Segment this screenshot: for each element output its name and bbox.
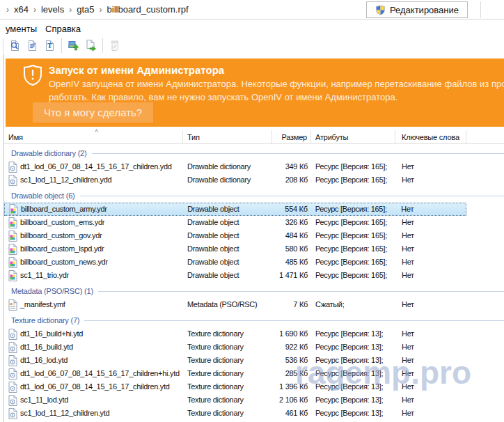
file-name: billboard_custom_ems.ydr xyxy=(20,216,104,229)
file-name: billboard_custom_lspd.ydr xyxy=(20,242,104,256)
file-name-cell: dt1_16_lod.ytd xyxy=(4,354,183,367)
column-header-3[interactable]: Атрибуты xyxy=(311,130,395,144)
group-header[interactable]: Metadata (PSO/RSC) (1) xyxy=(4,285,504,297)
banner-title: Запуск от имени Администратора xyxy=(49,64,224,76)
breadcrumb-item[interactable]: levels xyxy=(41,4,64,15)
file-row[interactable]: sc1_lod_11_12_children.yddDrawable dicti… xyxy=(4,173,466,187)
file-name-cell: billboard_custom_ems.ydr xyxy=(4,216,183,229)
file-size: 580 Кб xyxy=(272,242,311,256)
file-row[interactable]: billboard_custom_gov.ydrDrawable object4… xyxy=(4,229,466,242)
file-keywords: Нет xyxy=(395,341,466,354)
text-editor-button[interactable]: T xyxy=(41,38,58,53)
file-row[interactable]: billboard_custom_lspd.ydrDrawable object… xyxy=(4,242,466,256)
file-name-cell: dt1_lod_06_07_08_14_15_16_17_children+hi… xyxy=(4,367,183,380)
file-name: sc1_lod_11_12_children.ydd xyxy=(20,173,111,187)
file-keywords: Нет xyxy=(395,242,466,256)
text-view-button[interactable] xyxy=(24,38,41,53)
text-view-icon xyxy=(26,40,38,52)
file-name: billboard_custom_army.ydr xyxy=(21,203,107,216)
file-type: Texture dictionary xyxy=(183,393,272,407)
file-type: Drawable object xyxy=(183,269,272,282)
group-line xyxy=(98,291,504,292)
file-attributes: Ресурс [Версия: 165]; xyxy=(311,216,395,229)
file-row[interactable]: dt1_lod_06_07_08_14_15_16_17_children.yd… xyxy=(4,160,466,173)
address-bar: ›x64›levels›gta5›billboard_custom.rpf Ре… xyxy=(0,0,504,19)
what-can-i-do-button[interactable]: Что я могу сделать? xyxy=(33,102,153,123)
menu-item[interactable]: ументы xyxy=(1,23,41,35)
file-name: dt1_lod_06_07_08_14_15_16_17_children+hi… xyxy=(20,367,180,380)
group-line xyxy=(92,153,504,154)
file-size: 1 471 Кб xyxy=(272,269,311,282)
search-icon xyxy=(9,40,21,52)
ydr-file-icon xyxy=(8,230,17,242)
group-header[interactable]: Drawable object (6) xyxy=(4,189,504,202)
file-keywords: Нет xyxy=(395,298,466,311)
file-name-cell: dt1_16_build+hi.ytd xyxy=(4,327,183,341)
file-type: Metadata (PSO/RSC) xyxy=(183,298,272,311)
breadcrumb-item[interactable]: gta5 xyxy=(77,4,94,15)
extract-button xyxy=(106,38,123,53)
file-size: 485 Кб xyxy=(272,256,311,269)
file-size: 349 Кб xyxy=(272,160,311,173)
ytd-file-icon xyxy=(8,408,17,419)
file-keywords: Нет xyxy=(395,216,466,229)
breadcrumb-item[interactable]: billboard_custom.rpf xyxy=(107,4,189,15)
file-row[interactable]: sc1_11_lod.ytdTexture dictionary2 106 Кб… xyxy=(4,393,466,407)
group-header[interactable]: Drawable dictionary (2) xyxy=(4,147,504,159)
file-row[interactable]: dt1_16_build.ytdTexture dictionary922 Кб… xyxy=(4,341,466,354)
file-row[interactable]: dt1_lod_06_07_08_14_15_16_17_children.yt… xyxy=(4,380,466,393)
banner-text-line1: OpenIV запущена от имени Администратора.… xyxy=(49,79,504,89)
file-row[interactable]: sc1_11_trio.ydrDrawable object1 471 КбРе… xyxy=(4,269,466,282)
file-size: 326 Кб xyxy=(272,216,311,229)
file-type: Texture dictionary xyxy=(183,327,272,341)
menu-item[interactable]: Справка xyxy=(41,23,85,35)
column-header-0[interactable]: Имя xyxy=(4,130,183,144)
group-header[interactable]: Texture dictionary (7) xyxy=(4,314,504,327)
file-name: billboard_custom_news.ydr xyxy=(20,256,108,269)
file-keywords: Нет xyxy=(395,354,466,367)
file-row[interactable]: dt1_lod_06_07_08_14_15_16_17_children+hi… xyxy=(4,367,466,380)
ytd-file-icon xyxy=(8,368,17,380)
import-button[interactable] xyxy=(65,38,82,53)
file-size: 1 690 Кб xyxy=(272,327,311,341)
edit-mode-button[interactable]: Редактирование xyxy=(366,1,468,18)
file-attributes: Ресурс [Версия: 165]; xyxy=(311,256,395,269)
file-name: sc1_11_lod.ytd xyxy=(20,393,68,407)
breadcrumb: ›x64›levels›gta5›billboard_custom.rpf xyxy=(1,0,189,19)
breadcrumb-item[interactable]: x64 xyxy=(14,4,29,15)
file-row[interactable]: dt1_16_build+hi.ytdTexture dictionary1 6… xyxy=(4,327,466,341)
column-header-1[interactable]: Тип xyxy=(183,130,272,144)
search-button[interactable] xyxy=(6,38,24,53)
file-row[interactable]: billboard_custom_ems.ydrDrawable object3… xyxy=(4,216,466,229)
file-row[interactable]: _manifest.ymfMetadata (PSO/RSC)7 КбСжаты… xyxy=(4,298,466,311)
ytd-file-icon xyxy=(8,329,17,340)
breadcrumb-chevron-icon: › xyxy=(100,5,102,15)
file-row[interactable]: dt1_16_lod.ytdTexture dictionary536 КбРе… xyxy=(4,354,466,367)
topbar-separator xyxy=(480,1,481,18)
file-attributes: Сжатый; xyxy=(311,298,395,311)
breadcrumb-chevron-icon: › xyxy=(6,5,9,15)
group-line xyxy=(84,320,504,321)
ydd-file-icon xyxy=(8,162,17,173)
ytd-file-icon xyxy=(8,355,17,366)
file-attributes: Ресурс [Версия: 165]; xyxy=(311,160,395,173)
file-row[interactable]: billboard_custom_news.ydrDrawable object… xyxy=(4,256,466,269)
ytd-file-icon xyxy=(8,382,17,393)
toolbar: T xyxy=(0,37,123,54)
toolbar-separator xyxy=(3,38,3,53)
column-header-2[interactable]: Размер xyxy=(272,130,311,144)
file-size: 285 Кб xyxy=(272,367,311,380)
extract-icon xyxy=(109,40,120,52)
file-type: Texture dictionary xyxy=(183,367,272,380)
file-row[interactable]: billboard_custom_army.ydrDrawable object… xyxy=(4,203,466,216)
file-name: dt1_lod_06_07_08_14_15_16_17_children.yt… xyxy=(20,380,170,393)
file-size: 922 Кб xyxy=(272,341,311,354)
column-header-4[interactable]: Ключевые слова xyxy=(395,130,466,144)
import-icon xyxy=(68,39,80,52)
file-list-panel: Запуск от имени Администратора OpenIV за… xyxy=(3,54,504,422)
menu-bar: ументыСправка xyxy=(0,22,85,35)
export-button[interactable] xyxy=(82,38,100,53)
file-attributes: Ресурс [Версия: 165]; xyxy=(311,173,395,187)
file-row[interactable]: sc1_lod_11_12_children.ytdTexture dictio… xyxy=(4,407,466,420)
file-type: Drawable dictionary xyxy=(183,173,272,187)
